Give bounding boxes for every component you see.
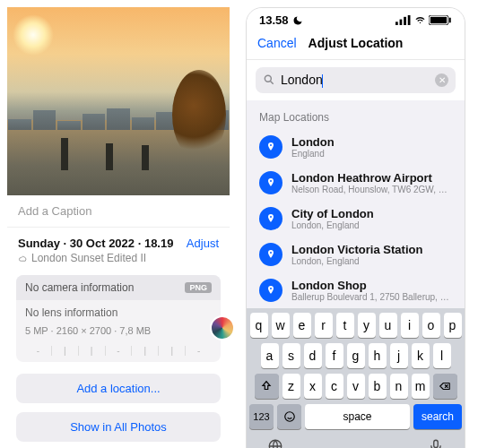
- results-list: LondonEngland London Heathrow AirportNel…: [247, 129, 465, 308]
- camera-info-card: No camera information PNG No lens inform…: [16, 275, 221, 362]
- key-d[interactable]: d: [304, 343, 322, 368]
- key-e[interactable]: e: [293, 313, 311, 338]
- wifi-icon: [415, 15, 425, 25]
- key-n[interactable]: n: [390, 374, 408, 399]
- no-lens-label: No lens information: [16, 300, 221, 325]
- key-o[interactable]: o: [422, 313, 440, 338]
- mic-icon[interactable]: [428, 438, 444, 448]
- moon-icon: [292, 15, 303, 26]
- color-palette-icon: [210, 315, 235, 340]
- key-h[interactable]: h: [369, 343, 387, 368]
- pin-icon: [259, 279, 282, 302]
- key-s[interactable]: s: [282, 343, 300, 368]
- status-bar: 13.58: [247, 8, 465, 29]
- adjust-location-screen: 13.58 Cancel Adjust Location London ✕ Ma…: [246, 7, 465, 448]
- backspace-key[interactable]: [433, 374, 457, 399]
- space-key[interactable]: space: [305, 404, 410, 429]
- svg-point-11: [284, 412, 294, 422]
- page-title: Adjust Location: [309, 36, 404, 50]
- search-input[interactable]: London ✕: [256, 67, 456, 93]
- search-icon: [263, 73, 275, 86]
- filetype-badge: PNG: [185, 282, 212, 293]
- svg-rect-9: [449, 18, 451, 22]
- key-l[interactable]: l: [433, 343, 451, 368]
- signal-icon: [395, 15, 412, 25]
- key-w[interactable]: w: [272, 313, 290, 338]
- svg-rect-13: [434, 440, 439, 447]
- photo-preview[interactable]: [7, 7, 230, 195]
- caption-field[interactable]: Add a Caption: [7, 195, 230, 228]
- key-a[interactable]: a: [261, 343, 279, 368]
- key-i[interactable]: i: [401, 313, 419, 338]
- key-x[interactable]: x: [304, 374, 322, 399]
- shift-key[interactable]: [255, 374, 279, 399]
- key-q[interactable]: q: [250, 313, 268, 338]
- key-g[interactable]: g: [347, 343, 365, 368]
- text-cursor: [322, 74, 324, 88]
- battery-icon: [429, 15, 452, 25]
- navbar: Cancel Adjust Location: [247, 29, 465, 60]
- section-header: Map Locations: [247, 100, 465, 129]
- key-y[interactable]: y: [358, 313, 376, 338]
- pin-icon: [259, 135, 282, 159]
- numbers-key[interactable]: 123: [249, 404, 274, 429]
- list-item[interactable]: City of LondonLondon, England: [247, 201, 465, 237]
- no-camera-label: No camera information: [25, 281, 134, 294]
- photo-filename: London Sunset Edited II: [31, 252, 146, 264]
- key-p[interactable]: p: [444, 313, 462, 338]
- key-k[interactable]: k: [412, 343, 430, 368]
- photo-info-screen: Add a Caption Sunday · 30 Oct 2022 · 18.…: [7, 7, 230, 448]
- key-m[interactable]: m: [412, 374, 430, 399]
- svg-rect-3: [395, 22, 398, 25]
- key-u[interactable]: u: [379, 313, 397, 338]
- search-key[interactable]: search: [413, 404, 462, 429]
- show-in-all-photos-button[interactable]: Show in All Photos: [16, 412, 221, 442]
- clear-icon[interactable]: ✕: [435, 73, 448, 87]
- globe-icon[interactable]: [267, 438, 283, 448]
- list-item[interactable]: London Victoria StationLondon, England: [247, 237, 465, 272]
- pin-icon: [259, 171, 282, 194]
- emoji-key[interactable]: [277, 404, 301, 429]
- svg-rect-5: [404, 17, 406, 25]
- status-time: 13.58: [259, 13, 289, 27]
- list-item[interactable]: LondonEngland: [247, 129, 465, 165]
- metadata-block: Sunday · 30 Oct 2022 · 18.19 Adjust Lond…: [7, 228, 230, 268]
- adjust-button[interactable]: Adjust: [187, 237, 219, 250]
- key-z[interactable]: z: [282, 374, 300, 399]
- list-item[interactable]: London ShopBallerup Boulevard 1, 2750 Ba…: [247, 272, 465, 308]
- svg-point-12: [269, 440, 282, 448]
- key-r[interactable]: r: [315, 313, 333, 338]
- key-b[interactable]: b: [369, 374, 387, 399]
- key-v[interactable]: v: [347, 374, 365, 399]
- cloud-icon: [18, 254, 28, 263]
- key-f[interactable]: f: [326, 343, 343, 368]
- svg-rect-8: [430, 17, 447, 23]
- search-text: London: [281, 73, 323, 87]
- add-location-button[interactable]: Add a location...: [16, 374, 221, 403]
- svg-rect-4: [400, 20, 403, 25]
- pin-icon: [259, 243, 282, 266]
- key-c[interactable]: c: [326, 374, 343, 399]
- key-j[interactable]: j: [390, 343, 408, 368]
- exif-ticks: -||-||-: [16, 342, 221, 362]
- list-item[interactable]: London Heathrow AirportNelson Road, Houn…: [247, 165, 465, 201]
- keyboard: q w e r t y u i o p a s d f g h j k l z …: [247, 308, 465, 448]
- photo-date: Sunday · 30 Oct 2022 · 18.19: [18, 237, 173, 250]
- svg-point-10: [265, 76, 271, 82]
- photo-stats: 5 MP · 2160 × 2700 · 7,8 MB: [16, 325, 221, 342]
- svg-rect-6: [408, 15, 411, 25]
- cancel-button[interactable]: Cancel: [257, 36, 297, 50]
- key-t[interactable]: t: [336, 313, 354, 338]
- pin-icon: [259, 207, 282, 230]
